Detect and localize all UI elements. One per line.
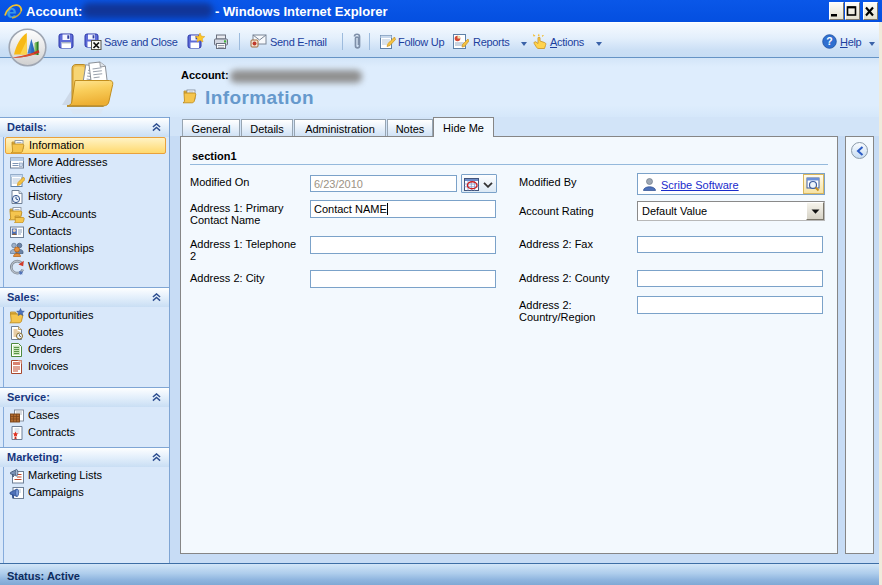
svg-text:?: ? [826, 35, 832, 47]
